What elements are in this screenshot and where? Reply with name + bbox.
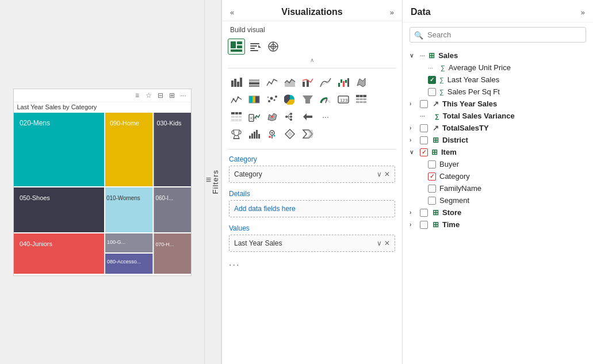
viz-decomp-tree[interactable] bbox=[281, 109, 299, 125]
time-label: Time bbox=[442, 220, 460, 229]
sales-leaf-per-sqft[interactable]: ∑ Sales Per Sq Ft bbox=[412, 86, 593, 98]
viz-gauge-chart[interactable] bbox=[317, 91, 334, 108]
per-sqft-label: Sales Per Sq Ft bbox=[447, 87, 500, 96]
viz-map-pin[interactable] bbox=[263, 126, 281, 142]
svg-rect-25 bbox=[250, 45, 257, 47]
viz-line-chart[interactable] bbox=[263, 74, 281, 90]
sales-leaf-avg-unit-price[interactable]: ··· ∑ Average Unit Price bbox=[412, 62, 593, 74]
familyname-checkbox[interactable] bbox=[428, 185, 436, 193]
time-checkbox[interactable] bbox=[420, 221, 428, 229]
field-well-category-box[interactable]: Category ∨ ✕ bbox=[229, 166, 395, 183]
viz-map-chart[interactable] bbox=[353, 74, 370, 90]
viz-shape-map[interactable] bbox=[263, 109, 281, 125]
data-expand-icon[interactable]: » bbox=[581, 8, 585, 17]
svg-rect-44 bbox=[341, 79, 342, 83]
values-remove-icon[interactable]: ✕ bbox=[384, 239, 390, 247]
viz-ribbon-chart[interactable] bbox=[317, 74, 334, 90]
item-leaf-category[interactable]: Category bbox=[412, 170, 593, 182]
svg-marker-102 bbox=[307, 130, 313, 138]
viz-trophy[interactable] bbox=[228, 126, 245, 142]
sales-leaf-last-year[interactable]: ∑ Last Year Sales bbox=[412, 74, 593, 86]
viz-type-treemap[interactable] bbox=[228, 39, 245, 55]
viz-funnel-chart[interactable] bbox=[299, 91, 316, 108]
per-sqft-checkbox[interactable] bbox=[428, 88, 436, 96]
tree-group-store-header[interactable]: › ⊞ Store bbox=[403, 206, 593, 219]
viz-matrix[interactable] bbox=[228, 109, 245, 125]
filters-tab[interactable]: ≡ Filters bbox=[204, 0, 221, 364]
viz-scatter-chart[interactable] bbox=[263, 91, 281, 108]
viz-collapse-icon[interactable]: « bbox=[230, 8, 234, 17]
viz-pie-chart[interactable] bbox=[281, 91, 299, 108]
hamburger-icon[interactable]: ≡ bbox=[133, 91, 141, 99]
item-children: Buyer Category FamilyName Segment bbox=[403, 158, 593, 206]
viz-kpi[interactable]: KPI bbox=[246, 109, 263, 125]
field-well-details: Details Add data fields here bbox=[222, 187, 402, 222]
viz-diamond[interactable] bbox=[281, 126, 299, 142]
field-well-values-box[interactable]: Last Year Sales ∨ ✕ bbox=[229, 235, 395, 252]
values-chevron-icon[interactable]: ∨ bbox=[377, 239, 382, 247]
visualizations-panel: « Visualizations » Build visual bbox=[221, 0, 403, 364]
tree-group-sales: ∨ ··· ⊞ Sales ··· ∑ Average Unit Price ∑… bbox=[403, 49, 593, 98]
data-tree: ∨ ··· ⊞ Sales ··· ∑ Average Unit Price ∑… bbox=[403, 47, 593, 364]
svg-text:040-Juniors: 040-Juniors bbox=[19, 240, 52, 247]
viz-column-chart[interactable] bbox=[246, 74, 263, 90]
item-leaf-familyname[interactable]: FamilyName bbox=[412, 182, 593, 194]
tree-group-this-year-header[interactable]: › ↗ This Year Sales bbox=[403, 98, 593, 110]
svg-line-86 bbox=[288, 117, 290, 120]
search-input[interactable] bbox=[410, 27, 586, 43]
viz-bar-chart[interactable] bbox=[228, 74, 245, 90]
segment-checkbox[interactable] bbox=[428, 197, 436, 205]
store-checkbox[interactable] bbox=[420, 209, 428, 217]
this-year-checkbox[interactable] bbox=[420, 100, 428, 108]
viz-area-chart[interactable] bbox=[281, 74, 299, 90]
sales-label: Sales bbox=[438, 51, 458, 60]
viz-more-options[interactable]: ··· bbox=[317, 109, 334, 125]
district-checkbox[interactable] bbox=[420, 136, 428, 144]
item-category-checkbox[interactable] bbox=[428, 173, 436, 181]
item-leaf-buyer[interactable]: Buyer bbox=[412, 158, 593, 170]
district-table-icon: ⊞ bbox=[433, 136, 439, 144]
chevron-icon[interactable]: ∨ bbox=[377, 170, 382, 178]
tree-group-district-header[interactable]: › ⊞ District bbox=[403, 134, 593, 146]
svg-marker-59 bbox=[303, 95, 313, 104]
data-panel-title: Data bbox=[411, 7, 431, 17]
last-year-checkbox[interactable] bbox=[428, 76, 436, 84]
remove-icon[interactable]: ✕ bbox=[384, 170, 390, 178]
filter-icon[interactable]: ⊟ bbox=[156, 91, 164, 99]
viz-bar-chart-2[interactable] bbox=[246, 126, 263, 142]
viz-table[interactable] bbox=[353, 91, 370, 108]
item-leaf-segment[interactable]: Segment bbox=[412, 194, 593, 206]
viz-type-analytics[interactable] bbox=[265, 39, 282, 55]
buyer-checkbox[interactable] bbox=[428, 160, 436, 168]
more-icon[interactable]: ··· bbox=[179, 91, 188, 99]
viz-100pct-bar[interactable] bbox=[246, 91, 263, 108]
pin-icon[interactable]: ☆ bbox=[145, 91, 153, 99]
tree-group-item-header[interactable]: ∨ ⊞ Item bbox=[403, 146, 593, 158]
expand-icon[interactable]: ⊞ bbox=[168, 91, 176, 99]
svg-rect-65 bbox=[356, 101, 366, 103]
field-well-category-label: Category bbox=[229, 155, 395, 163]
field-well-details-box[interactable]: Add data fields here bbox=[229, 200, 395, 217]
item-checkbox[interactable] bbox=[420, 148, 428, 156]
svg-rect-47 bbox=[347, 78, 349, 87]
viz-type-format[interactable] bbox=[246, 39, 263, 55]
viz-more-arrows[interactable] bbox=[299, 109, 316, 125]
tree-group-sales-header[interactable]: ∨ ··· ⊞ Sales bbox=[403, 49, 593, 62]
total-ty-checkbox[interactable] bbox=[420, 124, 428, 132]
svg-point-56 bbox=[274, 99, 276, 101]
viz-expand-icon[interactable]: » bbox=[390, 8, 394, 17]
svg-point-54 bbox=[268, 100, 270, 102]
svg-rect-75 bbox=[235, 119, 238, 121]
viz-chevron-right[interactable] bbox=[299, 126, 316, 142]
viz-card[interactable]: 123 bbox=[335, 91, 352, 108]
viz-waterfall-chart[interactable] bbox=[335, 74, 352, 90]
viz-combo-chart[interactable] bbox=[299, 74, 316, 90]
this-year-label: This Year Sales bbox=[442, 99, 497, 108]
svg-rect-28 bbox=[250, 50, 258, 51]
viz-sparkline[interactable] bbox=[228, 91, 245, 108]
tree-group-total-ty-header[interactable]: › ↗ TotalSalesTY bbox=[403, 122, 593, 134]
last-year-calc-icon: ∑ bbox=[439, 76, 444, 83]
tree-group-time-header[interactable]: › ⊞ Time bbox=[403, 219, 593, 231]
tree-group-total-variance-header[interactable]: › ··· ∑ Total Sales Variance bbox=[403, 110, 593, 122]
field-well-values: Values Last Year Sales ∨ ✕ bbox=[222, 222, 402, 256]
